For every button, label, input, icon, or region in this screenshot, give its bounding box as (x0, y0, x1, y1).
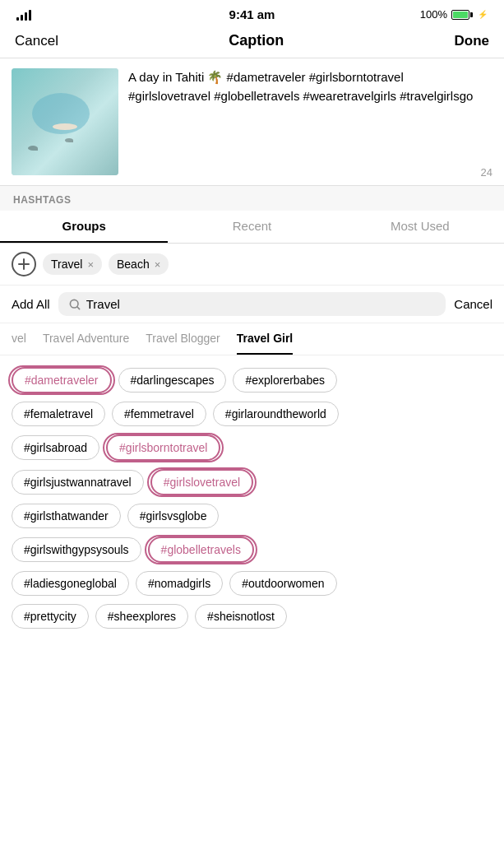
active-tag-beach-label: Beach (117, 258, 150, 271)
caption-text[interactable]: A day in Tahiti 🌴 #dametraveler #girlsbo… (118, 68, 492, 175)
active-tag-beach[interactable]: Beach × (109, 253, 169, 275)
nav-cancel-button[interactable]: Cancel (15, 33, 58, 49)
status-time: 9:41 am (229, 7, 275, 21)
search-row: Add All Cancel (0, 286, 504, 323)
caption-area: A day in Tahiti 🌴 #dametraveler #girlsbo… (0, 58, 504, 185)
caption-image (12, 68, 118, 175)
group-tab-travel-girl[interactable]: Travel Girl (237, 323, 293, 355)
hashtag-tabs: Groups Recent Most Used (0, 211, 504, 244)
nav-title: Caption (229, 32, 284, 49)
active-tag-travel-remove[interactable]: × (87, 258, 94, 271)
active-tag-travel-label: Travel (51, 258, 82, 271)
group-tab-travel-blogger[interactable]: Travel Blogger (146, 323, 220, 355)
signal-icon (16, 9, 31, 21)
tab-groups[interactable]: Groups (0, 211, 168, 243)
hashtag-grid: #dametraveler #darlingescapes #explorerb… (0, 355, 504, 648)
status-bar: 9:41 am 100% ⚡ (0, 0, 504, 26)
search-icon (68, 298, 81, 311)
hashtag-chip-prettycity[interactable]: #prettycity (12, 604, 89, 629)
hashtag-row-6: #girlswithgypsysouls #globelletravels (12, 537, 492, 563)
active-tags-row: Travel × Beach × (0, 244, 504, 286)
hashtag-chip-globelletravels[interactable]: #globelletravels (148, 537, 254, 563)
hashtag-chip-outdoorwomen[interactable]: #outdoorwomen (229, 571, 336, 596)
hashtag-row-4: #girlsjustwannatravel #girlslovetravel (12, 469, 492, 495)
add-all-button[interactable]: Add All (12, 297, 50, 311)
hashtag-chip-girlsvsglobe[interactable]: #girlsvsglobe (127, 504, 220, 528)
search-input[interactable] (86, 297, 437, 311)
tab-recent[interactable]: Recent (168, 211, 335, 243)
hashtag-chip-darlingescapes[interactable]: #darlingescapes (118, 368, 227, 393)
add-tag-button[interactable] (12, 252, 36, 276)
hashtag-chip-sheisnotlost[interactable]: #sheisnotlost (195, 604, 287, 629)
search-cancel-button[interactable]: Cancel (454, 297, 492, 311)
hashtag-chip-girlsborntotravel[interactable]: #girlsborntotravel (106, 434, 220, 461)
nav-done-button[interactable]: Done (454, 33, 489, 49)
nav-bar: Cancel Caption Done (0, 26, 504, 58)
hashtag-chip-dametraveler[interactable]: #dametraveler (12, 367, 112, 393)
hashtag-row-8: #prettycity #sheexplores #sheisnotlost (12, 604, 492, 629)
hashtag-chip-femaletravel[interactable]: #femaletravel (12, 402, 105, 426)
battery-area: 100% ⚡ (420, 8, 488, 21)
plus-icon (17, 258, 30, 271)
hashtag-chip-femmetravel[interactable]: #femmetravel (112, 402, 206, 426)
active-tag-travel[interactable]: Travel × (43, 253, 102, 275)
hashtag-chip-nomadgirls[interactable]: #nomadgirls (136, 571, 223, 596)
hashtag-chip-girlsthatwander[interactable]: #girlsthatwander (12, 504, 121, 528)
bolt-icon: ⚡ (478, 10, 488, 19)
battery-percent: 100% (420, 8, 447, 21)
battery-icon (451, 10, 473, 20)
hashtags-section: HASHTAGS Groups Recent Most Used (0, 185, 504, 244)
group-scroll[interactable]: vel Travel Adventure Travel Blogger Trav… (0, 323, 504, 355)
hashtag-row-1: #dametraveler #darlingescapes #explorerb… (12, 367, 492, 393)
hashtag-row-2: #femaletravel #femmetravel #girlaroundth… (12, 402, 492, 426)
signal-area (16, 9, 31, 21)
group-tab-travel-adventure[interactable]: Travel Adventure (43, 323, 129, 355)
hashtag-chip-girlaroundtheworld[interactable]: #girlaroundtheworld (213, 402, 339, 426)
hashtag-chip-girlsabroad[interactable]: #girlsabroad (12, 435, 99, 460)
tab-most-used[interactable]: Most Used (336, 211, 504, 243)
char-count: 24 (481, 166, 492, 179)
active-tag-beach-remove[interactable]: × (155, 258, 161, 271)
group-tab-vel[interactable]: vel (12, 323, 26, 355)
hashtags-label: HASHTAGS (0, 186, 504, 211)
hashtag-chip-girlslovetravel[interactable]: #girlslovetravel (150, 469, 253, 495)
hashtag-chip-girlswithgypsysouls[interactable]: #girlswithgypsysouls (12, 537, 141, 562)
hashtag-chip-sheexplores[interactable]: #sheexplores (95, 604, 188, 629)
hashtag-row-3: #girlsabroad #girlsborntotravel (12, 434, 492, 461)
svg-line-3 (77, 306, 80, 309)
hashtag-row-7: #ladiesgoneglobal #nomadgirls #outdoorwo… (12, 571, 492, 596)
hashtag-row-5: #girlsthatwander #girlsvsglobe (12, 504, 492, 528)
hashtag-chip-explorerbabes[interactable]: #explorerbabes (233, 368, 337, 393)
search-input-wrap (58, 292, 446, 316)
hashtag-chip-ladiesgoneglobal[interactable]: #ladiesgoneglobal (12, 571, 129, 596)
hashtag-chip-girlsjustwannatravel[interactable]: #girlsjustwannatravel (12, 470, 144, 495)
